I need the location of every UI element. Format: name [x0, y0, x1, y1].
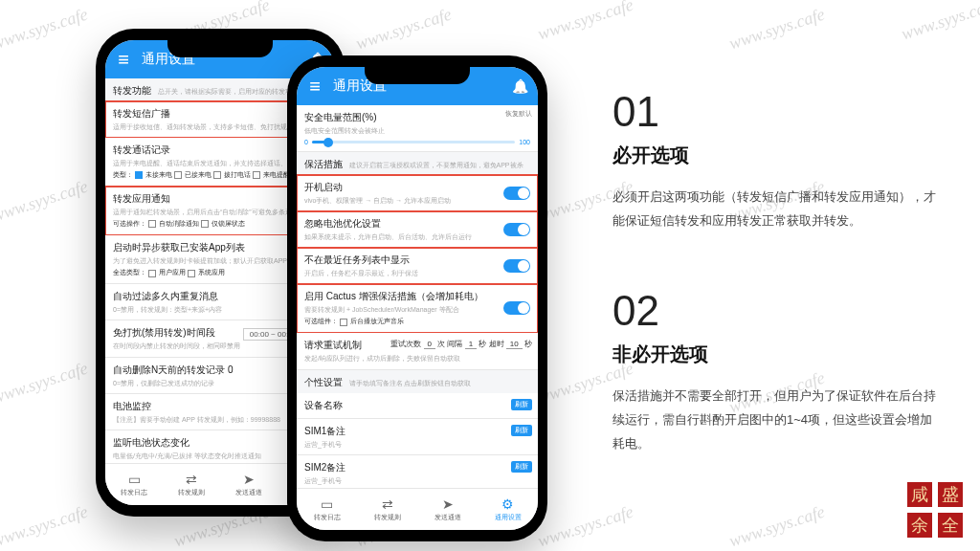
section-personal: 个性设置 请手动填写备注名 点击刷新按钮自动获取: [297, 370, 538, 393]
checkbox[interactable]: [135, 171, 143, 179]
checkbox[interactable]: [340, 319, 347, 326]
row-retry[interactable]: 请求重试机制 发起/响应队列进行，成功后删除，失败保留自动获取 重试次数 0 次…: [297, 333, 538, 369]
row-battery-range[interactable]: 安全电量范围(%) 低电安全范围转发会被终止 恢复默认 0 100: [297, 105, 538, 152]
toggle-switch[interactable]: [503, 223, 530, 236]
section-keepalive: 保活措施 建议开启前三项授权或设置，不要禁用通知，避免APP被杀: [297, 152, 538, 175]
log-icon: ▭: [128, 473, 141, 486]
toggle-switch[interactable]: [503, 187, 530, 200]
block-number: 02: [612, 290, 938, 332]
explain-block-2: 02 非必开选项 保活措施并不需要全部打开，但用户为了保证软件在后台持续运行，需…: [612, 290, 938, 455]
block-body: 保活措施并不需要全部打开，但用户为了保证软件在后台持续运行，需自行斟酌开启图中的…: [612, 385, 938, 455]
gear-icon: ⚙: [501, 497, 514, 511]
log-icon: ▭: [321, 497, 333, 511]
nav-channel[interactable]: ➤发送通道: [220, 464, 278, 505]
nav-channel[interactable]: ➤发送通道: [417, 489, 478, 530]
nav-rules[interactable]: ⇄转发规则: [357, 489, 417, 530]
row-hide-recent[interactable]: 不在最近任务列表中显示 开启后，任务栏不显示最近，利于保活: [297, 248, 538, 284]
row-cactus[interactable]: 启用 Cactus 增强保活措施（会增加耗电） 需要转发规则 + JobSche…: [297, 284, 538, 333]
screen-content: 安全电量范围(%) 低电安全范围转发会被终止 恢复默认 0 100 保活措施 建…: [297, 105, 538, 488]
phone-notch: [365, 67, 470, 84]
nav-log[interactable]: ▭转发日志: [105, 464, 163, 505]
seal-stamp: 咸 盛 余 全: [907, 482, 963, 538]
bottom-nav: ▭转发日志 ⇄转发规则 ➤发送通道 ⚙通用设置: [297, 488, 538, 530]
send-icon: ➤: [243, 473, 255, 486]
refresh-button[interactable]: 刷新: [511, 461, 532, 473]
menu-icon[interactable]: [115, 51, 132, 68]
rules-icon: ⇄: [382, 497, 393, 511]
explanation-panel: 01 必开选项 必须开启这两项功能（转发短信广播和转发应用通知），才能保证短信转…: [612, 91, 938, 513]
reset-link[interactable]: 恢复默认: [505, 109, 532, 119]
checkbox[interactable]: [201, 220, 209, 228]
block-headline: 非必开选项: [612, 342, 938, 367]
checkbox[interactable]: [188, 270, 195, 277]
block-number: 01: [612, 91, 938, 133]
row-sim1[interactable]: SIM1备注 运营_手机号 刷新: [297, 419, 538, 455]
refresh-button[interactable]: 刷新: [511, 399, 532, 410]
checkbox[interactable]: [174, 171, 182, 179]
checkbox[interactable]: [253, 171, 260, 179]
menu-icon[interactable]: [306, 77, 323, 95]
refresh-button[interactable]: 刷新: [511, 425, 532, 436]
block-body: 必须开启这两项功能（转发短信广播和转发应用通知），才能保证短信转发和应用转发正常…: [612, 186, 938, 232]
nav-rules[interactable]: ⇄转发规则: [163, 464, 220, 505]
checkbox[interactable]: [213, 171, 221, 179]
bell-icon[interactable]: [511, 77, 528, 95]
row-sim2[interactable]: SIM2备注 运营_手机号 刷新: [297, 455, 538, 488]
block-headline: 必开选项: [612, 143, 938, 168]
rules-icon: ⇄: [186, 473, 197, 486]
row-ignore-battery-opt[interactable]: 忽略电池优化设置 如果系统未提示，允许自启动、后台活动、允许后台运行: [297, 211, 538, 248]
send-icon: ➤: [442, 497, 454, 511]
row-device-name[interactable]: 设备名称 刷新: [297, 393, 538, 419]
toggle-switch[interactable]: [503, 259, 530, 273]
checkbox[interactable]: [148, 270, 156, 277]
toggle-switch[interactable]: [503, 301, 530, 315]
explain-block-1: 01 必开选项 必须开启这两项功能（转发短信广播和转发应用通知），才能保证短信转…: [612, 91, 938, 232]
row-boot-start[interactable]: 开机启动 vivo手机、权限管理 → 自启动 → 允许本应用启动: [297, 175, 538, 211]
nav-log[interactable]: ▭转发日志: [297, 489, 357, 530]
range-slider[interactable]: 0 100: [304, 139, 530, 145]
nav-settings[interactable]: ⚙通用设置: [478, 489, 538, 530]
checkbox[interactable]: [148, 220, 156, 228]
phone-notch: [167, 40, 273, 57]
phone-mockup-right: 通用设置 安全电量范围(%) 低电安全范围转发会被终止 恢复默认 0 100 保…: [287, 55, 547, 541]
